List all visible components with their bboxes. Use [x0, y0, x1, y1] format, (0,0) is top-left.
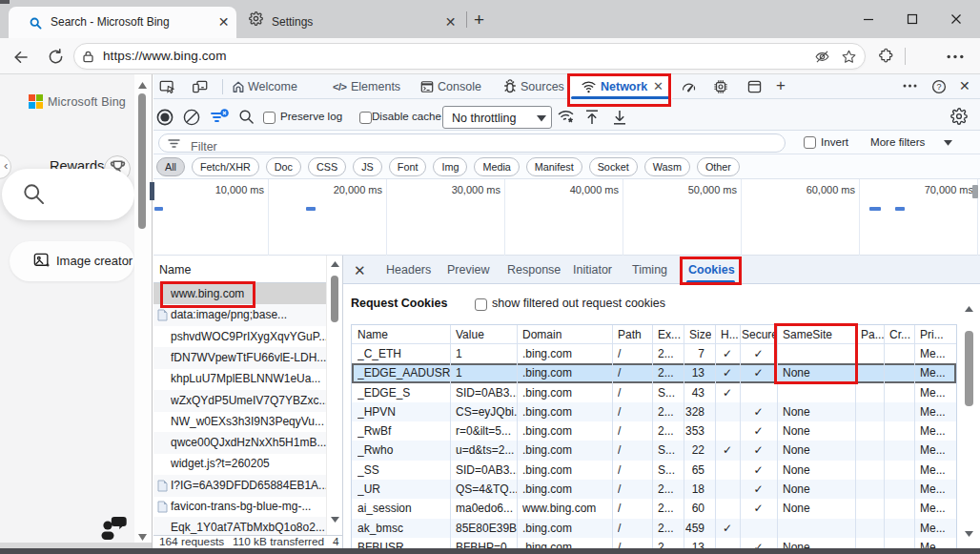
show-filtered-cookies-checkbox[interactable]: [475, 298, 487, 311]
requests-name-column-header[interactable]: Name: [159, 263, 191, 277]
column-separator[interactable]: [914, 325, 915, 344]
requests-header[interactable]: Name: [153, 256, 342, 283]
chip-css[interactable]: CSS: [308, 157, 346, 176]
scroll-down-icon[interactable]: [331, 517, 339, 523]
tab-sources[interactable]: Sources: [521, 80, 564, 93]
tab-welcome[interactable]: Welcome: [248, 80, 297, 93]
request-row[interactable]: qwce00QJxdHzNxXh5H1mB...: [153, 432, 326, 454]
cookie-row[interactable]: _EDGE_AADUSR1.bing.com/2...13✓✓NoneMe...: [352, 363, 956, 382]
requests-scrollbar[interactable]: [326, 256, 342, 535]
request-row[interactable]: pshvdWOC9PrIXygXqvYGuP...: [153, 326, 326, 348]
cookie-row[interactable]: _C_ETH1.bing.com/2...7✓✓Me...: [352, 344, 956, 363]
chip-doc[interactable]: Doc: [266, 157, 301, 176]
scroll-up-icon[interactable]: [138, 82, 147, 89]
devtools-close-icon[interactable]: ✕: [959, 78, 970, 93]
more-tools-plus-icon[interactable]: +: [776, 76, 786, 95]
favorites-star-icon[interactable]: [841, 49, 857, 65]
cookie-row[interactable]: ai_sessionma0edo6...www.bing.com/2...60✓…: [352, 499, 956, 518]
chip-wasm[interactable]: Wasm: [644, 157, 690, 176]
lock-icon[interactable]: [81, 50, 95, 64]
request-row[interactable]: NW_w0EXs3h3I9N3PeqyVu...: [153, 411, 326, 433]
request-row[interactable]: khpLuU7MplEBLNNW1eUa...: [153, 368, 326, 390]
page-scrollbar[interactable]: [134, 74, 152, 548]
cookie-row[interactable]: _RwBfr=0&ilt=5....bing.com/2...353✓NoneM…: [352, 421, 956, 441]
more-filters-label[interactable]: More filters: [870, 135, 925, 148]
tab-close-icon[interactable]: ✕: [215, 14, 232, 31]
chip-font[interactable]: Font: [389, 157, 427, 176]
bing-search-box[interactable]: [2, 169, 134, 220]
cookie-column-header[interactable]: Pri...: [920, 328, 944, 341]
cookie-column-header[interactable]: Path: [618, 328, 642, 341]
chip-js[interactable]: JS: [353, 157, 382, 176]
cookie-column-header[interactable]: Secure: [742, 328, 778, 341]
request-row[interactable]: fDN7WVpewTtFU66vlE-LDH...: [153, 347, 326, 369]
cookie-column-header[interactable]: Size: [689, 328, 711, 341]
details-scrollbar[interactable]: [961, 285, 977, 548]
maximize-button[interactable]: [904, 10, 921, 28]
help-icon[interactable]: ?: [931, 79, 947, 94]
chip-all[interactable]: All: [156, 157, 185, 176]
activity-gauge-icon[interactable]: [681, 79, 697, 94]
request-row[interactable]: Eqk_1Y0at7ATbMxbQ1o8o2...: [153, 517, 326, 535]
close-window-button[interactable]: [948, 10, 965, 28]
export-har-icon[interactable]: [612, 109, 627, 126]
refresh-icon[interactable]: [47, 48, 65, 66]
column-separator[interactable]: [612, 325, 613, 344]
details-tab-initiator[interactable]: Initiator: [573, 263, 612, 277]
cookie-row[interactable]: _HPVNCS=eyJQbi....bing.com/2...328✓NoneM…: [352, 402, 956, 421]
details-tab-headers[interactable]: Headers: [386, 263, 431, 277]
import-har-icon[interactable]: [584, 109, 600, 126]
preserve-log-checkbox[interactable]: [263, 112, 276, 124]
details-tab-response[interactable]: Response: [507, 263, 561, 277]
tab-close-icon[interactable]: ✕: [442, 14, 459, 31]
cookie-column-header[interactable]: H...: [721, 328, 739, 341]
cookie-row[interactable]: _SSSID=0AB3....bing.com/S...65✓NoneMe...: [352, 461, 956, 480]
cookie-row[interactable]: _EDGE_SSID=0AB3....bing.com/S...43✓Me...: [352, 383, 956, 402]
cookie-column-header[interactable]: Name: [357, 328, 388, 341]
cookie-column-header[interactable]: Cr...: [889, 328, 910, 341]
network-search-icon[interactable]: [238, 109, 255, 125]
minimize-button[interactable]: [860, 10, 877, 28]
network-overview-timeline[interactable]: 10,000 ms20,000 ms30,000 ms40,000 ms50,0…: [153, 179, 980, 256]
invert-checkbox[interactable]: [804, 136, 816, 149]
details-scroll-thumb[interactable]: [965, 331, 973, 406]
cookie-row[interactable]: _Rwhou=d&ts=2....bing.com/S...22✓✓NoneMe…: [352, 441, 956, 460]
request-row[interactable]: wZxQYdP5UmeIV7Q7YBZxc...: [153, 390, 326, 412]
column-separator[interactable]: [652, 325, 653, 344]
settings-menu-icon[interactable]: [947, 54, 964, 59]
column-separator[interactable]: [684, 325, 684, 344]
column-separator[interactable]: [517, 325, 518, 344]
cookie-row[interactable]: ak_bmsc85E80E39B....bing.com/2...459✓Me.…: [352, 519, 956, 538]
clear-icon[interactable]: [183, 109, 200, 126]
browser-tab-bing[interactable]: Search - Microsoft Bing ✕: [9, 7, 236, 38]
filter-input[interactable]: Filter: [158, 133, 786, 153]
disable-cache-checkbox[interactable]: [359, 112, 372, 124]
record-icon[interactable]: [156, 109, 174, 126]
tracking-prevention-icon[interactable]: [814, 49, 830, 65]
browser-tab-settings[interactable]: Settings ✕: [240, 7, 462, 38]
memory-chip-icon[interactable]: [713, 79, 728, 94]
request-row[interactable]: favicon-trans-bg-blue-mg-...: [153, 496, 326, 518]
network-settings-gear-icon[interactable]: [950, 108, 968, 125]
details-close-icon[interactable]: ✕: [354, 262, 366, 279]
scroll-up-icon[interactable]: [331, 261, 339, 267]
cookie-column-header[interactable]: Pa...: [861, 328, 885, 341]
image-creator-item[interactable]: Image creator: [10, 241, 134, 281]
chip-fetch-xhr[interactable]: Fetch/XHR: [192, 157, 259, 176]
chip-manifest[interactable]: Manifest: [526, 157, 582, 176]
network-conditions-icon[interactable]: [557, 108, 576, 126]
chip-img[interactable]: Img: [433, 157, 467, 176]
feedback-icon[interactable]: [98, 514, 130, 544]
page-scroll-thumb[interactable]: [138, 93, 146, 229]
column-separator[interactable]: [740, 325, 741, 344]
layout-panel-icon[interactable]: [747, 80, 762, 93]
chip-media[interactable]: Media: [474, 157, 519, 176]
scroll-down-icon[interactable]: [965, 531, 973, 537]
extensions-puzzle-icon[interactable]: [878, 48, 894, 64]
tab-elements[interactable]: Elements: [351, 80, 400, 93]
cookie-column-header[interactable]: Value: [456, 328, 484, 341]
cookie-column-header[interactable]: Domain: [522, 328, 561, 341]
back-icon[interactable]: [11, 48, 31, 67]
details-tab-timing[interactable]: Timing: [632, 263, 667, 277]
cookie-column-header[interactable]: Ex...: [658, 328, 681, 341]
